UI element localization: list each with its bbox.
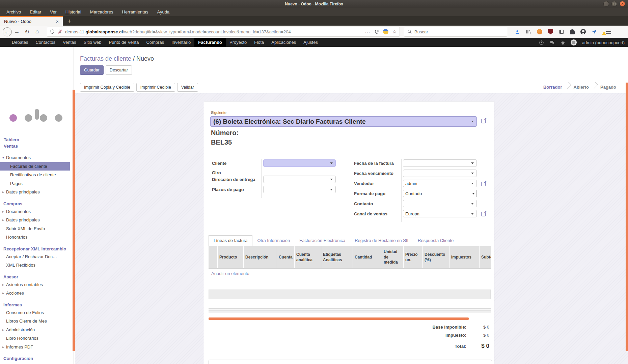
browser-tab[interactable]: Nuevo - Odoo × bbox=[0, 16, 63, 26]
menubar-item[interactable]: Marcadores bbox=[86, 8, 118, 16]
table-column-header[interactable]: Unidad de medida bbox=[382, 246, 404, 268]
sidebar-item[interactable]: Rectificativas de cliente bbox=[0, 171, 73, 179]
workflow-button[interactable]: Validar bbox=[177, 83, 198, 92]
sequence-dropdown[interactable]: (6) Boleta Electrónica: Sec Diario Factu… bbox=[210, 116, 477, 127]
workflow-button[interactable]: Imprimir Copia y Cedible bbox=[80, 83, 134, 92]
adblocker-icon[interactable] bbox=[548, 29, 553, 34]
user-avatar[interactable] bbox=[571, 39, 577, 46]
account-icon[interactable] bbox=[580, 29, 586, 34]
shield-icon[interactable] bbox=[50, 29, 55, 34]
search-bar[interactable] bbox=[404, 27, 507, 37]
ghostery-icon[interactable] bbox=[570, 29, 575, 34]
insecure-lock-icon[interactable] bbox=[57, 29, 62, 34]
notebook-tab[interactable]: Respuesta Cliente bbox=[413, 236, 458, 246]
notebook-tab[interactable]: Facturación Electrónica bbox=[295, 236, 350, 246]
odoo-nav-item[interactable]: Inventario bbox=[168, 38, 194, 47]
table-column-header[interactable]: Producto bbox=[218, 246, 244, 268]
field-input[interactable] bbox=[403, 200, 477, 207]
add-line-link[interactable]: Añadir un elemento bbox=[209, 271, 249, 276]
url-bar[interactable]: demos-11.globalresponse.cl/web?debug#id=… bbox=[47, 27, 400, 37]
breadcrumb-parent[interactable]: Facturas de cliente bbox=[80, 55, 131, 62]
notebook-tab[interactable]: Registro de Reclamo en SII bbox=[350, 236, 413, 246]
new-tab-button[interactable]: + bbox=[63, 17, 76, 26]
status-state[interactable]: Pagado bbox=[595, 85, 622, 90]
sidebar-item[interactable]: Informes bbox=[0, 300, 73, 308]
menubar-item[interactable]: Archivo bbox=[2, 8, 25, 16]
menubar-item[interactable]: Editar bbox=[25, 8, 46, 16]
home-button[interactable]: ⌂ bbox=[32, 28, 42, 35]
sidebar-item[interactable]: Libros Cierre de Mes bbox=[0, 317, 73, 326]
field-input[interactable]: admin bbox=[403, 180, 477, 187]
notebook-tab[interactable]: Otra Información bbox=[252, 236, 295, 246]
odoo-nav-item[interactable]: Flota bbox=[250, 38, 268, 47]
odoo-nav-item[interactable]: Proyecto bbox=[226, 38, 250, 47]
field-input[interactable] bbox=[263, 159, 336, 167]
odoo-nav-item[interactable]: Aplicaciones bbox=[268, 38, 300, 47]
close-button[interactable]: × bbox=[620, 1, 625, 7]
menubar-item[interactable]: Herramientas bbox=[117, 8, 153, 16]
sidebar-item[interactable]: Pagos bbox=[0, 179, 73, 188]
sidebar-item[interactable]: Documentos bbox=[0, 207, 73, 216]
table-column-header[interactable]: Cuenta analítica bbox=[295, 246, 321, 268]
reload-button[interactable]: ↻ bbox=[22, 28, 32, 35]
table-column-header[interactable]: Descuento (%) bbox=[423, 246, 449, 268]
sidebar-item[interactable]: Libro Honorarios bbox=[0, 334, 73, 343]
save-button[interactable]: Guardar bbox=[80, 65, 104, 75]
send-tab-icon[interactable] bbox=[592, 29, 597, 34]
table-column-header[interactable]: Cuenta bbox=[277, 246, 295, 268]
search-input[interactable] bbox=[414, 29, 495, 34]
minimize-button[interactable]: − bbox=[603, 1, 609, 7]
field-input[interactable] bbox=[263, 176, 336, 183]
tab-close-icon[interactable]: × bbox=[54, 19, 60, 24]
comment-field[interactable] bbox=[209, 360, 492, 364]
table-column-header[interactable] bbox=[209, 246, 218, 268]
messages-icon[interactable] bbox=[549, 40, 555, 45]
notebook-tab[interactable]: Líneas de factura bbox=[209, 235, 252, 246]
sidebar-item[interactable]: Informes PDF bbox=[0, 343, 73, 352]
table-horizontal-scrollbar[interactable] bbox=[209, 290, 491, 299]
menubar-item[interactable]: Ver bbox=[46, 8, 61, 16]
sidebar-item[interactable]: Compras bbox=[0, 199, 73, 207]
field-input[interactable] bbox=[263, 186, 336, 193]
container-extension-icon[interactable] bbox=[383, 29, 388, 34]
sidebar-item[interactable]: Configuración bbox=[0, 353, 73, 362]
sidebar-item[interactable]: Ventas bbox=[0, 143, 73, 149]
extension-orange-icon[interactable] bbox=[537, 29, 542, 34]
sidebar-item[interactable]: Asientos contables bbox=[0, 280, 73, 289]
sidebar-item[interactable]: Aceptar / Rechazar Doc… bbox=[0, 252, 73, 261]
table-column-header[interactable]: Cantidad bbox=[353, 246, 382, 268]
menu-hamburger-icon[interactable] bbox=[606, 30, 611, 34]
user-menu[interactable]: admin (odoocoopcert) bbox=[582, 40, 625, 45]
table-column-header[interactable]: Subtotal bbox=[480, 246, 491, 268]
sidebar-item[interactable]: Acciones bbox=[0, 289, 73, 298]
odoo-nav-item[interactable]: Punto de Venta bbox=[105, 38, 142, 47]
odoo-nav-item[interactable]: Debates bbox=[8, 38, 32, 47]
sidebar-item[interactable]: Tablero bbox=[0, 136, 73, 143]
workflow-button[interactable]: Imprimir Cedible bbox=[136, 83, 175, 92]
menubar-item[interactable]: Ayuda bbox=[153, 8, 174, 16]
odoo-nav-item[interactable]: Ventas bbox=[59, 38, 80, 47]
bookmark-star-icon[interactable]: ☆ bbox=[392, 29, 397, 35]
table-column-header[interactable]: Descripción bbox=[244, 246, 277, 268]
odoo-nav-item[interactable]: Contactos bbox=[32, 38, 59, 47]
odoo-nav-item[interactable]: Sitio web bbox=[80, 38, 105, 47]
menubar-item[interactable]: Historial bbox=[61, 8, 86, 16]
save-to-pocket-icon[interactable] bbox=[375, 29, 379, 34]
field-input[interactable]: Contado bbox=[403, 190, 477, 197]
debug-bug-icon[interactable] bbox=[561, 40, 565, 45]
field-input[interactable] bbox=[403, 159, 477, 167]
library-icon[interactable] bbox=[526, 29, 531, 34]
sidebar-item[interactable]: Ajustes bbox=[0, 362, 73, 364]
external-link-icon[interactable] bbox=[481, 181, 486, 186]
sidebar-item[interactable]: Honorarios bbox=[0, 233, 73, 242]
sidebar-item[interactable]: Recepcionar XML Intercambio bbox=[0, 244, 73, 252]
table-column-header[interactable]: Impuestos bbox=[449, 246, 480, 268]
odoo-nav-item[interactable]: Facturando bbox=[194, 38, 226, 47]
activities-clock-icon[interactable] bbox=[539, 40, 544, 45]
table-column-header[interactable]: Precio un. bbox=[404, 246, 423, 268]
sidebar-item[interactable]: Administración bbox=[0, 326, 73, 334]
sidebar-item[interactable]: Documentos bbox=[0, 153, 73, 162]
status-state[interactable]: Abierto bbox=[568, 85, 595, 90]
forward-button[interactable]: → bbox=[12, 28, 22, 35]
sidebar-item[interactable]: Datos principales bbox=[0, 216, 73, 224]
